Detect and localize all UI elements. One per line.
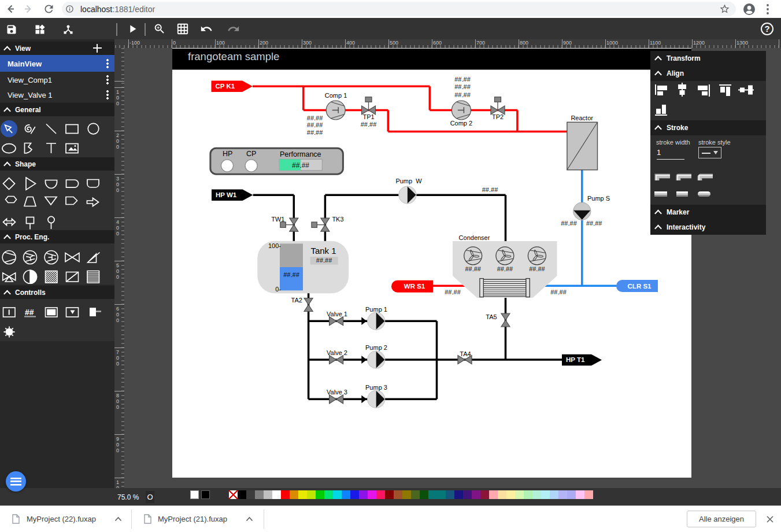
svg-text:Condenser: Condenser	[459, 234, 490, 241]
svg-text:##.##: ##.##	[454, 76, 471, 83]
svg-text:##.##: ##.##	[550, 289, 567, 295]
svg-text:##.##: ##.##	[307, 129, 323, 136]
svg-text:##.##: ##.##	[307, 121, 323, 128]
svg-text:Valve 1: Valve 1	[327, 311, 347, 317]
svg-text:TA2: TA2	[291, 297, 302, 304]
svg-text:##.##: ##.##	[454, 83, 471, 90]
svg-text:0-: 0-	[275, 286, 281, 293]
svg-text:Performance: Performance	[280, 150, 321, 158]
svg-text:TW1: TW1	[271, 216, 284, 223]
svg-text:HP T1: HP T1	[566, 356, 585, 363]
svg-text:##.##: ##.##	[454, 91, 471, 98]
svg-text:Pump 3: Pump 3	[365, 384, 387, 391]
svg-text:Valve 3: Valve 3	[327, 389, 347, 396]
svg-text:##.##: ##.##	[561, 220, 577, 227]
svg-text:##.##: ##.##	[529, 265, 545, 272]
svg-text:##.##: ##.##	[482, 186, 498, 193]
svg-text:CP K1: CP K1	[216, 83, 235, 90]
svg-text:##.##: ##.##	[361, 121, 377, 128]
svg-text:100-: 100-	[268, 242, 281, 249]
svg-text:Pump S: Pump S	[587, 195, 610, 202]
svg-text:Pump W: Pump W	[395, 178, 422, 184]
svg-text:TA5: TA5	[486, 313, 497, 320]
svg-text:TA4: TA4	[460, 350, 471, 357]
svg-text:TP1: TP1	[362, 113, 374, 120]
svg-text:CLR S1: CLR S1	[628, 283, 652, 290]
svg-text:Reactor: Reactor	[571, 114, 593, 121]
svg-text:##.##: ##.##	[586, 220, 602, 227]
svg-text:Pump 1: Pump 1	[365, 306, 387, 313]
svg-text:Valve 2: Valve 2	[327, 349, 347, 356]
svg-text:##.##: ##.##	[445, 289, 461, 295]
svg-text:##.##: ##.##	[283, 271, 299, 278]
svg-text:TP2: TP2	[492, 113, 504, 120]
svg-text:WR S1: WR S1	[404, 283, 425, 290]
svg-text:##.##: ##.##	[497, 265, 513, 272]
svg-text:HP W1: HP W1	[216, 191, 237, 198]
svg-text:frangoteam sample: frangoteam sample	[188, 50, 279, 62]
svg-text:##.##: ##.##	[292, 161, 309, 169]
svg-text:Pump 2: Pump 2	[365, 344, 387, 351]
svg-text:CP: CP	[246, 150, 256, 158]
svg-text:Tank 1: Tank 1	[310, 246, 336, 256]
svg-text:Comp 1: Comp 1	[325, 92, 347, 99]
svg-text:TK3: TK3	[332, 216, 343, 223]
svg-text:Comp 2: Comp 2	[450, 120, 473, 127]
svg-text:##: ##	[25, 308, 34, 317]
svg-text:##.##: ##.##	[465, 265, 481, 272]
svg-text:##.##: ##.##	[307, 114, 323, 121]
svg-text:HP: HP	[223, 150, 232, 158]
svg-text:##.##: ##.##	[316, 257, 332, 264]
